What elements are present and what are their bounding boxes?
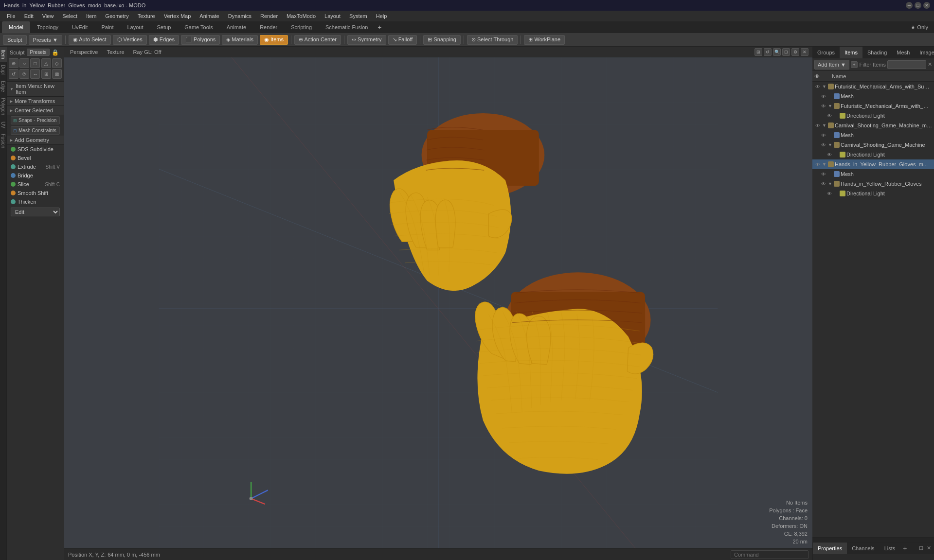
edit-select[interactable]: Edit xyxy=(11,208,60,216)
more-transforms-header[interactable]: ▶ More Transforms xyxy=(7,97,64,106)
tab-scripting[interactable]: Scripting xyxy=(284,21,319,33)
menu-render[interactable]: Render xyxy=(256,12,282,20)
item-row-carnival-subfolder[interactable]: 👁 ▼ Carnival_Shooting_Game_Machine xyxy=(818,140,934,150)
items-icon-1[interactable]: + xyxy=(851,61,858,68)
bevel-item[interactable]: Bevel xyxy=(7,154,64,162)
menu-maxtomodo[interactable]: MaxToModo xyxy=(283,12,320,20)
auto-select-button[interactable]: ◉ Auto Select xyxy=(69,35,111,45)
sculpt-icon-5[interactable]: ◇ xyxy=(52,58,62,68)
maximize-button[interactable]: □ xyxy=(915,2,921,9)
eye-hands-mesh[interactable]: 👁 xyxy=(820,171,827,177)
sculpt-icon-3[interactable]: □ xyxy=(30,58,40,68)
sculpt-button[interactable]: Sculpt xyxy=(3,35,27,45)
item-menu-header[interactable]: ▼ Item Menu: New Item xyxy=(7,82,64,97)
eye-fma-mesh[interactable]: 👁 xyxy=(820,93,827,100)
viewport-3d[interactable]: No Items Polygons : Face Channels: 0 Def… xyxy=(64,57,812,560)
snaps-precision-button[interactable]: ⊞ Snaps - Precision xyxy=(11,116,60,124)
tab-channels[interactable]: Channels xyxy=(847,542,879,554)
falloff-button[interactable]: ↘ Falloff xyxy=(388,35,417,45)
lstrip-fusion[interactable]: Fusion xyxy=(0,131,7,151)
sculpt-icon-7[interactable]: ⟳ xyxy=(19,69,29,79)
items-button[interactable]: ◉ Items xyxy=(260,35,288,45)
item-row-hands-light[interactable]: 👁 Directional Light xyxy=(824,189,934,198)
menu-animate[interactable]: Animate xyxy=(196,12,223,20)
filter-close-icon[interactable]: ✕ xyxy=(928,61,932,68)
tab-paint[interactable]: Paint xyxy=(94,21,120,33)
menu-item[interactable]: Item xyxy=(82,12,100,20)
tab-images[interactable]: Images xyxy=(915,47,934,58)
eye-carnival-light[interactable]: 👁 xyxy=(826,151,833,158)
select-through-button[interactable]: ⊙ Select Through xyxy=(467,35,518,45)
edges-button[interactable]: ⬢ Edges xyxy=(149,35,179,45)
lstrip-polygon[interactable]: Polygon xyxy=(0,95,7,118)
tab-lists[interactable]: Lists xyxy=(880,542,900,554)
menu-dynamics[interactable]: Dynamics xyxy=(224,12,255,20)
tab-animate[interactable]: Animate xyxy=(220,21,253,33)
item-row-carnival-light[interactable]: 👁 Directional Light xyxy=(824,150,934,159)
lock-icon[interactable]: 🔒 xyxy=(52,49,59,56)
item-row-carnival-mesh[interactable]: 👁 Mesh xyxy=(818,130,934,140)
menu-system[interactable]: System xyxy=(345,12,371,20)
tab-game-tools[interactable]: Game Tools xyxy=(178,21,220,33)
item-row-hands-subfolder[interactable]: 👁 ▼ Hands_in_Yellow_Rubber_Gloves xyxy=(818,179,934,189)
vp-icon-1[interactable]: ⊞ xyxy=(754,48,762,56)
sculpt-icon-6[interactable]: ↺ xyxy=(9,69,18,79)
extrude-item[interactable]: Extrude Shift V xyxy=(7,162,64,171)
tab-items[interactable]: Items xyxy=(840,47,862,58)
close-button[interactable]: ✕ xyxy=(923,2,930,9)
eye-hands-subfolder[interactable]: 👁 xyxy=(820,180,827,187)
workplane-button[interactable]: ⊞ WorkPlane xyxy=(524,35,565,45)
eye-fma-light[interactable]: 👁 xyxy=(826,112,833,119)
eye-carnival-mesh[interactable]: 👁 xyxy=(820,132,827,139)
minimize-button[interactable]: ─ xyxy=(906,2,913,9)
lstrip-edge[interactable]: Edge xyxy=(0,78,7,95)
eye-carnival[interactable]: 👁 xyxy=(814,122,821,129)
vp-icon-3[interactable]: 🔍 xyxy=(773,48,781,56)
tab-groups[interactable]: Groups xyxy=(812,47,840,58)
sculpt-icon-4[interactable]: △ xyxy=(41,58,51,68)
items-list[interactable]: 👁 ▼ Futuristic_Mechanical_Arms_with_Supp… xyxy=(812,82,934,537)
eye-hands[interactable]: 👁 xyxy=(814,161,821,168)
vertices-button[interactable]: ⬡ Vertices xyxy=(113,35,147,45)
star-only-button[interactable]: ★ Only xyxy=(907,24,932,31)
tab-setup[interactable]: Setup xyxy=(150,21,178,33)
tab-uvedit[interactable]: UvEdit xyxy=(65,21,94,33)
center-selected-header[interactable]: ▶ Center Selected xyxy=(7,106,64,115)
vp-icon-2[interactable]: ↺ xyxy=(764,48,772,56)
menu-help[interactable]: Help xyxy=(372,12,391,20)
menu-edit[interactable]: Edit xyxy=(20,12,37,20)
bt-icon-close[interactable]: ✕ xyxy=(925,545,932,552)
filter-input[interactable] xyxy=(887,60,926,69)
menu-vertex-map[interactable]: Vertex Map xyxy=(160,12,195,20)
eye-fma[interactable]: 👁 xyxy=(814,83,821,90)
sculpt-icon-8[interactable]: ↔ xyxy=(30,69,40,79)
tab-render[interactable]: Render xyxy=(253,21,284,33)
polygons-button[interactable]: ⬛ Polygons xyxy=(181,35,220,45)
sculpt-icon-1[interactable]: ⊕ xyxy=(9,58,18,68)
add-item-button[interactable]: Add Item ▼ xyxy=(814,60,849,70)
eye-carnival-subfolder[interactable]: 👁 xyxy=(820,141,827,148)
sculpt-icon-2[interactable]: ○ xyxy=(19,58,29,68)
menu-layout[interactable]: Layout xyxy=(321,12,344,20)
slice-item[interactable]: Slice Shift-C xyxy=(7,180,64,189)
item-row-fma-light[interactable]: 👁 Directional Light xyxy=(824,111,934,121)
item-row-fma-subfolder[interactable]: 👁 ▼ Futuristic_Mechanical_Arms_with_Supp… xyxy=(818,101,934,111)
sculpt-icon-10[interactable]: ⊠ xyxy=(52,69,62,79)
item-row-hands-mesh[interactable]: 👁 Mesh xyxy=(818,169,934,179)
thicken-item[interactable]: Thicken xyxy=(7,197,64,206)
sds-subdivide-item[interactable]: SDS Subdivide xyxy=(7,145,64,154)
add-bottom-tab[interactable]: + xyxy=(900,544,910,552)
item-row-carnival-folder[interactable]: 👁 ▼ Carnival_Shooting_Game_Machine_modo_… xyxy=(812,121,934,130)
lstrip-dupl[interactable]: Dupl xyxy=(0,62,7,78)
materials-button[interactable]: ◈ Materials xyxy=(222,35,258,45)
smooth-shift-item[interactable]: Smooth Shift xyxy=(7,189,64,197)
presets-button[interactable]: Presets ▼ xyxy=(29,35,62,45)
mesh-constraints-button[interactable]: ⊡ Mesh Constraints xyxy=(11,126,60,135)
item-row-fma-folder[interactable]: 👁 ▼ Futuristic_Mechanical_Arms_with_Supp… xyxy=(812,82,934,91)
tab-properties[interactable]: Properties xyxy=(813,542,847,554)
vp-icon-5[interactable]: ⚙ xyxy=(791,48,799,56)
tab-mesh[interactable]: Mesh xyxy=(892,47,915,58)
menu-geometry[interactable]: Geometry xyxy=(101,12,132,20)
vp-icon-4[interactable]: ⊡ xyxy=(782,48,790,56)
eye-fma-subfolder[interactable]: 👁 xyxy=(820,103,827,109)
